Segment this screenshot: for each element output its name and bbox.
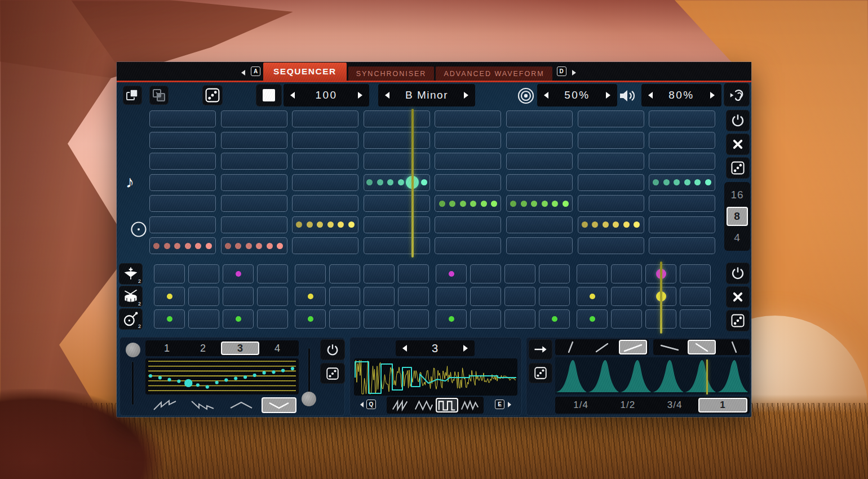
tabs-next-arrow-icon[interactable] [572, 70, 576, 76]
attack-steep-button[interactable] [557, 340, 585, 354]
rhythm-cell[interactable] [436, 287, 467, 306]
melody-cell[interactable] [506, 110, 573, 127]
melody-cell[interactable] [364, 237, 430, 254]
arp-right-slider-knob[interactable] [302, 392, 316, 406]
rhythm-cell[interactable] [577, 309, 608, 329]
melody-dice-button[interactable] [726, 157, 750, 179]
rhythm-cell[interactable] [470, 264, 501, 283]
melody-cell[interactable] [649, 216, 715, 233]
swing-decrease-arrow[interactable] [544, 92, 548, 99]
rhythm-cell[interactable] [470, 287, 501, 306]
envelope-dice-button[interactable] [529, 363, 552, 383]
arp-left-slider-knob[interactable] [126, 343, 140, 357]
melody-cell[interactable] [578, 174, 644, 191]
melody-cell[interactable] [221, 237, 287, 254]
envelope-mode-button[interactable] [529, 339, 552, 360]
melody-cell[interactable] [292, 132, 358, 149]
rhythm-cell[interactable] [295, 309, 326, 329]
melody-cell[interactable] [435, 174, 501, 191]
melody-power-button[interactable] [726, 110, 750, 131]
melody-cell[interactable] [435, 216, 501, 233]
melody-cell[interactable] [221, 110, 287, 127]
rhythm-cell[interactable] [154, 309, 185, 329]
melody-cell[interactable] [578, 153, 644, 170]
melody-cell[interactable] [292, 110, 358, 127]
rhythm-cell[interactable] [154, 287, 185, 306]
melody-cell[interactable] [578, 195, 644, 212]
arp-direction-down-button[interactable] [185, 397, 220, 413]
arp-direction-peak-button[interactable] [224, 397, 258, 413]
wave-bank-next-arrow[interactable] [463, 345, 468, 352]
melody-cell[interactable] [435, 153, 501, 170]
melody-cell[interactable] [649, 174, 715, 191]
melody-cell[interactable] [292, 174, 358, 191]
melody-cell[interactable] [292, 216, 358, 233]
attack-shallow-button[interactable] [619, 340, 647, 354]
rhythm-cell[interactable] [539, 264, 570, 283]
arp-power-button[interactable] [320, 339, 345, 360]
rhythm-cell[interactable] [364, 264, 395, 283]
volume-decrease-arrow[interactable] [648, 92, 653, 99]
rhythm-cell[interactable] [257, 287, 288, 306]
rhythm-cell[interactable] [329, 264, 360, 283]
melody-cell[interactable] [649, 195, 715, 212]
melody-cell[interactable] [221, 216, 287, 233]
melody-cell[interactable] [149, 216, 216, 233]
melody-cell[interactable] [292, 195, 358, 212]
steps-option-8[interactable]: 8 [727, 207, 748, 226]
stop-button[interactable] [256, 84, 282, 107]
melody-cell[interactable] [364, 195, 430, 212]
melody-cell[interactable] [364, 216, 430, 233]
rhythm-clear-button[interactable] [726, 286, 750, 308]
rhythm-cell[interactable] [364, 287, 395, 306]
arp-melody-display[interactable] [145, 358, 299, 394]
rhythm-cell[interactable] [257, 309, 288, 329]
rhythm-cell[interactable] [295, 264, 326, 283]
melody-cell[interactable] [221, 174, 287, 191]
rhythm-cell[interactable] [504, 309, 535, 329]
rhythm-cell[interactable] [577, 264, 608, 283]
tab-synchroniser[interactable]: SYNCHRONISER [348, 66, 435, 81]
rhythm-cell[interactable] [188, 287, 219, 306]
release-medium-button[interactable] [688, 340, 716, 354]
melody-cell[interactable] [578, 237, 644, 254]
melody-cell[interactable] [649, 132, 715, 149]
wave-type-noise-button[interactable] [459, 398, 481, 413]
rhythm-cell[interactable] [257, 264, 288, 283]
tempo-decrease-arrow[interactable] [290, 92, 295, 99]
listen-preview-button[interactable] [724, 83, 750, 107]
melody-cell[interactable] [506, 237, 573, 254]
arp-page-3[interactable]: 3 [221, 341, 259, 355]
wave-type-sawtooth-button[interactable] [389, 398, 412, 413]
melody-cell[interactable] [364, 174, 430, 191]
swing-increase-arrow[interactable] [606, 92, 610, 99]
rhythm-cell[interactable] [154, 264, 185, 283]
release-shallow-button[interactable] [656, 340, 684, 354]
rhythm-cell[interactable] [504, 264, 535, 283]
copy-button[interactable] [123, 86, 142, 105]
arp-page-4[interactable]: 4 [259, 341, 295, 355]
melody-cell[interactable] [649, 237, 715, 254]
melody-cell[interactable] [221, 132, 287, 149]
rhythm-cell[interactable] [364, 309, 395, 329]
rhythm-cell[interactable] [470, 309, 501, 329]
melody-cell[interactable] [435, 132, 501, 149]
rhythm-cell[interactable] [577, 287, 608, 306]
melody-cell[interactable] [435, 110, 501, 127]
melody-cell[interactable] [506, 216, 573, 233]
wave-type-next-arrow[interactable] [508, 402, 511, 407]
melody-cell[interactable] [149, 110, 216, 127]
cymbal-track-button[interactable]: 2 [119, 263, 143, 285]
arp-page-2[interactable]: 2 [185, 341, 221, 355]
rhythm-cell[interactable] [436, 309, 467, 329]
scale-next-arrow[interactable] [464, 92, 468, 99]
steps-option-16[interactable]: 16 [727, 185, 748, 205]
melody-cell[interactable] [435, 195, 501, 212]
melody-cell[interactable] [292, 237, 358, 254]
length-threequarter-button[interactable]: 3/4 [652, 398, 698, 413]
paste-button[interactable] [149, 86, 169, 105]
attack-medium-button[interactable] [588, 340, 616, 354]
arp-page-1[interactable]: 1 [149, 341, 185, 355]
melody-cell[interactable] [506, 153, 573, 170]
rhythm-cell[interactable] [611, 287, 642, 306]
